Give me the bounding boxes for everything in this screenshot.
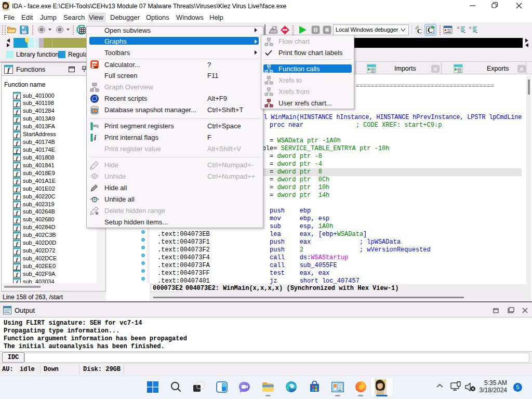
svg-text:i: i: [94, 134, 96, 142]
svg-text:seg: seg: [93, 124, 99, 128]
